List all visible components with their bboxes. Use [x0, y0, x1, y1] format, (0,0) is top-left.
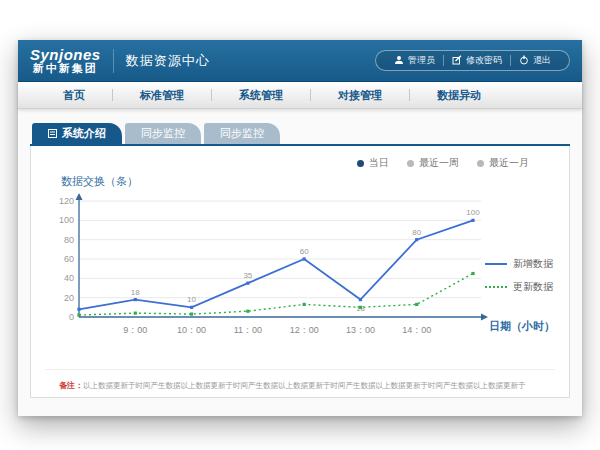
svg-text:10：00: 10：00 — [177, 325, 206, 335]
current-user-label: 管理员 — [408, 54, 435, 67]
header-divider — [113, 49, 114, 73]
tab-1[interactable]: 同步监控 — [125, 123, 201, 144]
legend-line-sample — [485, 263, 507, 265]
main-content: 系统介绍同步监控同步监控 当日最近一周最近一月 数据交换（条） 02040608… — [18, 109, 582, 398]
period-option-0[interactable]: 当日 — [357, 156, 389, 170]
page-title: 数据资源中心 — [126, 52, 210, 70]
chart-area: 0204060801001209：0010：0011：0012：0013：001… — [45, 191, 555, 359]
period-option-label: 最近一月 — [489, 156, 529, 170]
tab-label: 同步监控 — [220, 126, 264, 141]
tab-label: 系统介绍 — [62, 126, 106, 141]
footnote-label: 备注： — [59, 381, 83, 390]
footnote: 备注：以上数据更新于时间产生数据以上数据更新于时间产生数据以上数据更新于时间产生… — [45, 369, 555, 391]
current-user-button[interactable]: 管理员 — [386, 54, 443, 67]
legend-item-1[interactable]: 更新数据 — [485, 280, 553, 294]
radio-selected-icon — [357, 160, 364, 167]
svg-text:40: 40 — [64, 273, 74, 283]
svg-text:11：00: 11：00 — [234, 325, 262, 335]
nav-item-3[interactable]: 对接管理 — [311, 88, 409, 103]
legend-label: 更新数据 — [513, 280, 553, 294]
change-password-button[interactable]: 修改密码 — [444, 54, 510, 67]
legend-label: 新增数据 — [513, 257, 553, 271]
user-icon — [394, 55, 404, 67]
period-option-label: 当日 — [369, 156, 389, 170]
svg-text:13：00: 13：00 — [346, 325, 375, 335]
svg-text:18: 18 — [131, 288, 140, 297]
chart-legend: 新增数据更新数据 — [485, 257, 553, 294]
svg-text:0: 0 — [69, 312, 74, 322]
user-toolbar: 管理员 修改密码 退出 — [375, 50, 570, 71]
line-chart: 0204060801001209：0010：0011：0012：0013：001… — [45, 191, 489, 341]
nav-bar: 首页标准管理系统管理对接管理数据异动 — [18, 82, 582, 109]
period-filter: 当日最近一周最近一月 — [45, 156, 529, 170]
logo-text-secondary: 新中新集团 — [33, 63, 98, 75]
svg-text:35: 35 — [243, 271, 252, 280]
svg-text:100: 100 — [59, 215, 74, 225]
svg-text:120: 120 — [59, 196, 74, 206]
radio-unselected-icon — [407, 160, 414, 167]
svg-text:60: 60 — [300, 247, 309, 256]
tab-2[interactable]: 同步监控 — [204, 123, 280, 144]
logout-label: 退出 — [533, 54, 551, 67]
period-option-1[interactable]: 最近一周 — [407, 156, 459, 170]
svg-text:60: 60 — [64, 254, 74, 264]
y-axis-title: 数据交换（条） — [61, 174, 555, 189]
company-logo: Synjones 新中新集团 — [30, 47, 101, 74]
document-icon — [48, 128, 57, 140]
nav-item-1[interactable]: 标准管理 — [113, 88, 211, 103]
svg-text:80: 80 — [412, 228, 421, 237]
tab-0[interactable]: 系统介绍 — [32, 123, 122, 144]
tab-bar: 系统介绍同步监控同步监控 — [30, 123, 570, 144]
svg-text:9：00: 9：00 — [123, 325, 147, 335]
period-option-label: 最近一周 — [419, 156, 459, 170]
svg-text:14：00: 14：00 — [402, 325, 431, 335]
app-window: Synjones 新中新集团 数据资源中心 管理员 修改密码 退出 首页标准管理… — [18, 40, 582, 416]
radio-unselected-icon — [477, 160, 484, 167]
nav-item-2[interactable]: 系统管理 — [212, 88, 310, 103]
logo-text-primary: Synjones — [30, 47, 101, 63]
nav-item-0[interactable]: 首页 — [36, 88, 112, 103]
period-option-2[interactable]: 最近一月 — [477, 156, 529, 170]
change-password-label: 修改密码 — [466, 54, 502, 67]
svg-text:10: 10 — [187, 295, 196, 304]
svg-text:80: 80 — [64, 235, 74, 245]
svg-text:100: 100 — [466, 208, 480, 217]
app-header: Synjones 新中新集团 数据资源中心 管理员 修改密码 退出 — [18, 40, 582, 82]
tab-label: 同步监控 — [141, 126, 185, 141]
svg-text:12：00: 12：00 — [290, 325, 319, 335]
svg-text:20: 20 — [64, 293, 74, 303]
legend-line-sample — [485, 286, 507, 288]
chart-panel: 当日最近一周最近一月 数据交换（条） 0204060801001209：0010… — [30, 146, 570, 398]
footnote-text: 以上数据更新于时间产生数据以上数据更新于时间产生数据以上数据更新于时间产生数据以… — [83, 381, 526, 390]
legend-item-0[interactable]: 新增数据 — [485, 257, 553, 271]
nav-item-4[interactable]: 数据异动 — [410, 88, 508, 103]
logout-button[interactable]: 退出 — [511, 54, 559, 67]
power-icon — [519, 55, 529, 67]
edit-icon — [452, 55, 462, 67]
x-axis-title: 日期（小时） — [489, 319, 555, 334]
